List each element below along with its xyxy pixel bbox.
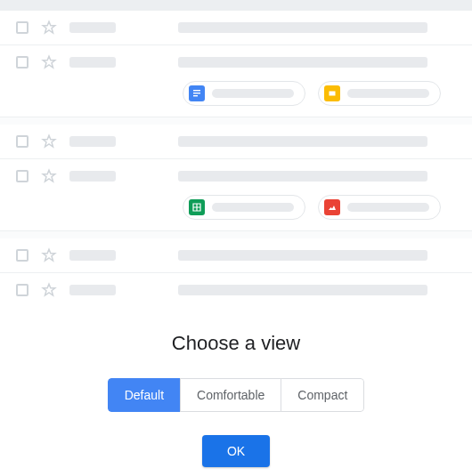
sender-placeholder <box>69 250 116 261</box>
sender-placeholder <box>69 136 116 147</box>
row-checkbox[interactable] <box>16 249 28 262</box>
density-dialog: Choose a view Default Comfortable Compac… <box>0 307 472 467</box>
star-icon[interactable] <box>41 20 57 36</box>
star-icon[interactable] <box>41 133 57 149</box>
density-option-compact[interactable]: Compact <box>281 378 364 412</box>
section-gap <box>0 231 472 238</box>
attachment-chip[interactable] <box>318 195 441 220</box>
docs-icon <box>189 85 205 101</box>
sheets-icon <box>189 199 205 215</box>
slides-icon <box>324 85 340 101</box>
mail-list <box>0 11 472 307</box>
section-gap <box>0 117 472 125</box>
row-checkbox[interactable] <box>16 21 28 34</box>
sender-placeholder <box>69 22 116 33</box>
svg-rect-0 <box>193 90 200 91</box>
density-option-default[interactable]: Default <box>108 378 181 412</box>
star-icon[interactable] <box>41 54 57 70</box>
mail-row[interactable] <box>0 125 472 159</box>
attachment-list <box>183 81 456 106</box>
sender-placeholder <box>69 285 116 295</box>
row-checkbox[interactable] <box>16 284 28 296</box>
dialog-title: Choose a view <box>0 332 472 355</box>
mail-row[interactable] <box>0 238 472 273</box>
attachment-chip[interactable] <box>318 81 441 106</box>
window-top-bar <box>0 0 472 11</box>
row-checkbox[interactable] <box>16 135 28 148</box>
attachment-name-placeholder <box>212 89 294 98</box>
mail-row[interactable] <box>0 11 472 45</box>
sender-placeholder <box>69 171 116 182</box>
svg-rect-3 <box>330 92 336 96</box>
body-placeholder <box>178 250 427 261</box>
attachment-chip[interactable] <box>183 195 305 220</box>
svg-rect-2 <box>193 95 198 96</box>
mail-row[interactable] <box>0 273 472 307</box>
body-placeholder <box>178 57 427 68</box>
image-icon <box>324 199 340 215</box>
density-segmented: Default Comfortable Compact <box>108 378 365 412</box>
row-checkbox[interactable] <box>16 56 28 69</box>
body-placeholder <box>178 171 427 182</box>
star-icon[interactable] <box>41 282 57 298</box>
mail-row[interactable] <box>0 159 472 231</box>
star-icon[interactable] <box>41 168 57 184</box>
attachment-name-placeholder <box>212 203 294 212</box>
attachment-chip[interactable] <box>183 81 305 106</box>
svg-rect-1 <box>193 93 200 93</box>
ok-button[interactable]: OK <box>202 435 270 467</box>
row-checkbox[interactable] <box>16 170 28 182</box>
attachment-name-placeholder <box>347 89 429 98</box>
star-icon[interactable] <box>41 247 57 263</box>
mail-row[interactable] <box>0 45 472 117</box>
sender-placeholder <box>69 57 116 68</box>
body-placeholder <box>178 285 427 295</box>
density-option-comfortable[interactable]: Comfortable <box>180 378 281 412</box>
attachment-list <box>183 195 456 220</box>
attachment-name-placeholder <box>347 203 429 212</box>
body-placeholder <box>178 22 427 33</box>
body-placeholder <box>178 136 427 147</box>
